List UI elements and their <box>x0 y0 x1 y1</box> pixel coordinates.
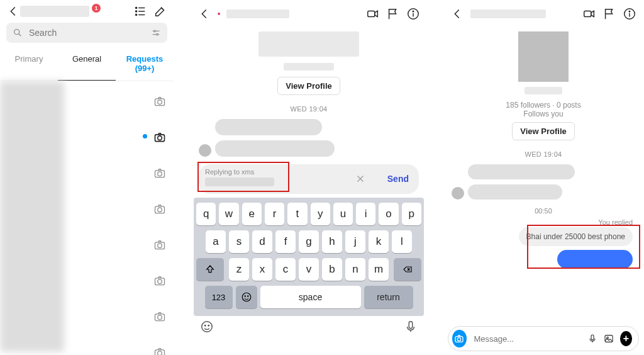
redacted-message <box>468 184 562 200</box>
svg-point-27 <box>158 351 162 355</box>
key-w[interactable]: w <box>219 203 238 225</box>
video-call-icon[interactable] <box>366 7 380 21</box>
send-button[interactable]: Send <box>384 174 413 184</box>
list-icon[interactable] <box>133 4 147 18</box>
key-e[interactable]: e <box>242 203 262 225</box>
tab-requests[interactable]: Requests (99+) <box>116 48 174 81</box>
svg-point-2 <box>135 14 136 15</box>
key-b[interactable]: b <box>322 258 342 281</box>
key-t[interactable]: t <box>287 203 307 225</box>
key-d[interactable]: d <box>252 230 272 253</box>
numbers-key[interactable]: 123 <box>205 286 233 308</box>
close-icon[interactable] <box>355 173 366 184</box>
info-icon[interactable] <box>406 7 420 21</box>
return-key[interactable]: return <box>364 286 413 308</box>
key-z[interactable]: z <box>229 258 249 281</box>
svg-point-47 <box>629 11 630 12</box>
svg-point-0 <box>135 7 136 8</box>
camera-button[interactable] <box>452 330 467 347</box>
mic-icon[interactable] <box>587 332 597 345</box>
redacted <box>205 178 274 186</box>
reply-composer[interactable]: Replying to xms Send <box>199 164 419 194</box>
view-profile-button[interactable]: View Profile <box>512 122 574 140</box>
avatar-large <box>518 31 569 82</box>
add-button[interactable]: + <box>620 331 632 346</box>
key-m[interactable]: m <box>369 258 389 281</box>
key-n[interactable]: n <box>345 258 365 281</box>
camera-icon[interactable] <box>153 203 166 215</box>
avatar-xs <box>452 187 464 200</box>
svg-point-9 <box>154 30 156 32</box>
key-k[interactable]: k <box>369 230 389 253</box>
svg-point-1 <box>135 11 136 12</box>
gallery-icon[interactable] <box>604 332 614 345</box>
info-icon[interactable] <box>623 7 636 21</box>
chat-panel-replied: 185 followers · 0 posts Follows you View… <box>443 0 644 355</box>
flag-icon[interactable] <box>602 7 616 21</box>
avatar-ring[interactable] <box>218 13 220 15</box>
camera-icon[interactable] <box>153 167 166 179</box>
camera-icon[interactable] <box>153 131 166 144</box>
svg-rect-52 <box>605 335 613 342</box>
svg-point-37 <box>245 296 245 296</box>
key-p[interactable]: p <box>402 203 421 225</box>
mic-icon[interactable] <box>404 320 418 334</box>
key-j[interactable]: j <box>345 230 365 253</box>
avatar-xs <box>199 144 211 157</box>
back-icon[interactable] <box>6 4 20 18</box>
camera-icon[interactable] <box>153 274 166 287</box>
search-field[interactable] <box>6 23 167 43</box>
svg-point-38 <box>247 296 248 296</box>
redacted <box>258 31 359 57</box>
unread-badge: 1 <box>92 4 101 13</box>
timestamp: WED 19:04 <box>190 100 428 118</box>
chat-title-redacted <box>470 9 546 18</box>
key-s[interactable]: s <box>229 230 249 253</box>
key-i[interactable]: i <box>356 203 375 225</box>
key-l[interactable]: l <box>392 230 412 253</box>
camera-icon[interactable] <box>153 95 166 108</box>
key-u[interactable]: u <box>333 203 353 225</box>
camera-icon[interactable] <box>153 310 166 323</box>
message-in <box>443 163 644 181</box>
svg-point-6 <box>14 30 19 35</box>
compose-icon[interactable] <box>153 4 167 18</box>
chat-header <box>190 0 428 28</box>
svg-point-31 <box>413 11 413 12</box>
filter-icon[interactable] <box>151 28 161 38</box>
redacted-message <box>215 140 335 157</box>
key-f[interactable]: f <box>275 230 296 253</box>
camera-icon[interactable] <box>153 346 166 355</box>
inbox-header: 1 <box>0 0 174 23</box>
account-switcher[interactable]: 1 <box>20 6 133 17</box>
key-q[interactable]: q <box>196 203 216 225</box>
key-r[interactable]: r <box>265 203 284 225</box>
message-composer[interactable]: + <box>448 326 639 351</box>
key-x[interactable]: x <box>252 258 272 281</box>
camera-icon[interactable] <box>153 239 166 251</box>
backspace-key[interactable] <box>394 258 421 281</box>
tab-general[interactable]: General <box>58 48 116 81</box>
emoji-key[interactable] <box>236 286 257 308</box>
shift-key[interactable] <box>196 258 224 281</box>
key-y[interactable]: y <box>311 203 330 225</box>
search-input[interactable] <box>28 27 146 38</box>
key-a[interactable]: a <box>206 230 226 253</box>
view-profile-button[interactable]: View Profile <box>277 77 340 95</box>
back-icon[interactable] <box>450 7 464 21</box>
follows-you: Follows you <box>443 110 644 118</box>
message-input[interactable] <box>473 334 581 344</box>
key-v[interactable]: v <box>299 258 319 281</box>
key-c[interactable]: c <box>275 258 296 281</box>
back-icon[interactable] <box>197 7 211 21</box>
key-g[interactable]: g <box>299 230 319 253</box>
key-h[interactable]: h <box>322 230 342 253</box>
video-call-icon[interactable] <box>582 7 596 21</box>
flag-icon[interactable] <box>386 7 400 21</box>
emoji-icon[interactable] <box>200 320 214 334</box>
svg-point-11 <box>157 33 158 35</box>
key-o[interactable]: o <box>379 203 398 225</box>
space-key[interactable]: space <box>260 286 361 308</box>
tab-primary[interactable]: Primary <box>0 48 58 81</box>
redacted <box>525 87 562 94</box>
